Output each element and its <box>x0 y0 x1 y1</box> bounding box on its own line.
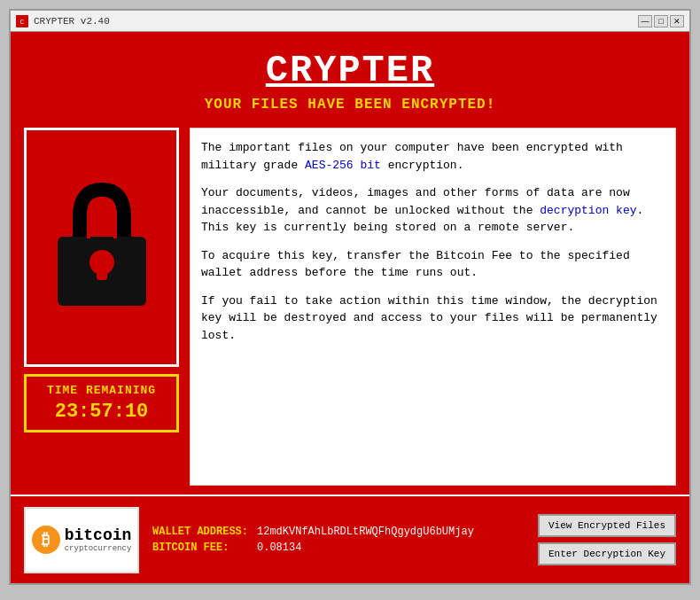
btc-subtext: cryptocurrency <box>65 544 132 553</box>
message-panel: The important files on your computer hav… <box>190 128 676 486</box>
wallet-address-row: WALLET ADDRESS: 12mdKVNfAhLbRDLtRWQFhQgy… <box>152 526 525 538</box>
title-bar-left: C CRYPTER v2.40 <box>16 15 110 27</box>
title-bar: C CRYPTER v2.40 — □ ✕ <box>11 11 689 32</box>
message-p1: The important files on your computer hav… <box>201 139 665 174</box>
wallet-fee-row: BITCOIN FEE: 0.08134 <box>152 542 525 554</box>
wallet-address-value: 12mdKVNfAhLbRDLtRWQFhQgydgU6bUMjay <box>257 526 474 538</box>
maximize-button[interactable]: □ <box>654 15 668 27</box>
main-content: CRYPTER YOUR FILES HAVE BEEN ENCRYPTED! <box>11 32 689 495</box>
middle-section: TIME REMAINING 23:57:10 The important fi… <box>24 128 676 486</box>
app-icon: C <box>16 15 28 27</box>
window-title: CRYPTER v2.40 <box>34 16 110 27</box>
title-bar-buttons: — □ ✕ <box>638 15 684 27</box>
timer-label: TIME REMAINING <box>34 384 169 397</box>
main-title: CRYPTER <box>24 50 676 92</box>
close-button[interactable]: ✕ <box>670 15 684 27</box>
wallet-address-label: WALLET ADDRESS: <box>152 526 250 538</box>
padlock-icon <box>44 176 159 318</box>
highlight-aes: AES-256 bit <box>305 159 381 172</box>
timer-value: 23:57:10 <box>34 401 169 423</box>
subtitle: YOUR FILES HAVE BEEN ENCRYPTED! <box>24 97 676 113</box>
main-window: C CRYPTER v2.40 — □ ✕ CRYPTER YOUR FILES… <box>9 9 691 585</box>
enter-key-button[interactable]: Enter Decryption Key <box>538 542 676 565</box>
bitcoin-logo-inner: ₿ bitcoin cryptocurrency <box>32 526 132 554</box>
svg-text:C: C <box>20 18 25 26</box>
timer-box: TIME REMAINING 23:57:10 <box>24 374 179 432</box>
btc-symbol: ₿ <box>32 526 60 554</box>
message-p2: Your documents, videos, images and other… <box>201 184 665 237</box>
svg-rect-4 <box>97 262 107 280</box>
btc-text: bitcoin <box>65 526 132 544</box>
action-buttons: View Encrypted Files Enter Decryption Ke… <box>538 514 676 565</box>
lock-panel: TIME REMAINING 23:57:10 <box>24 128 179 486</box>
view-files-button[interactable]: View Encrypted Files <box>538 514 676 537</box>
minimize-button[interactable]: — <box>638 15 652 27</box>
header-section: CRYPTER YOUR FILES HAVE BEEN ENCRYPTED! <box>24 41 676 117</box>
highlight-decryption: decryption key <box>540 204 636 217</box>
bottom-section: ₿ bitcoin cryptocurrency WALLET ADDRESS:… <box>11 495 689 583</box>
bitcoin-logo: ₿ bitcoin cryptocurrency <box>24 507 139 573</box>
message-p4: If you fail to take action within this t… <box>201 292 665 345</box>
wallet-fee-value: 0.08134 <box>257 542 301 554</box>
wallet-fee-label: BITCOIN FEE: <box>152 542 250 554</box>
wallet-info: WALLET ADDRESS: 12mdKVNfAhLbRDLtRWQFhQgy… <box>152 526 525 554</box>
lock-image-box <box>24 128 179 367</box>
message-p3: To acquire this key, transfer the Bitcoi… <box>201 247 665 282</box>
